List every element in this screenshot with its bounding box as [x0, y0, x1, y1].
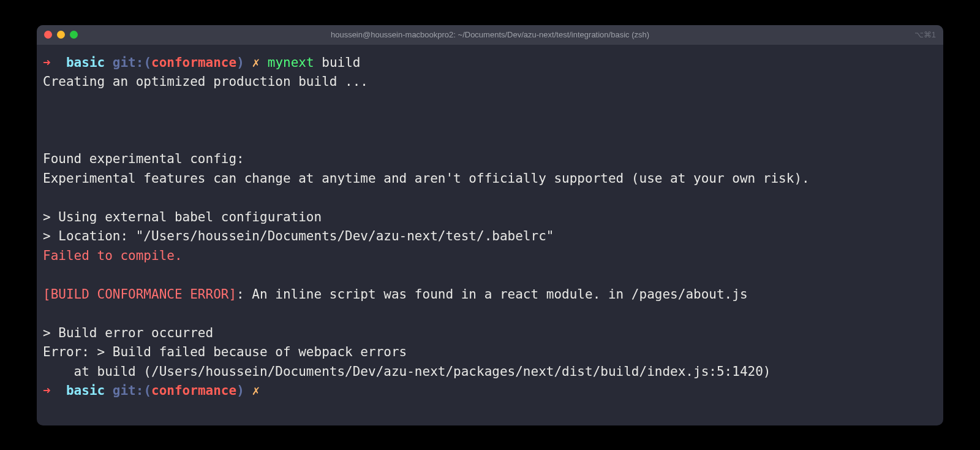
traffic-lights [44, 31, 78, 39]
output-line: > Location: "/Users/houssein/Documents/D… [43, 227, 937, 246]
title-bar: houssein@houssein-macbookpro2: ~/Documen… [37, 25, 943, 45]
maximize-icon[interactable] [70, 31, 78, 39]
prompt-dirty-icon: ✗ [252, 383, 260, 398]
output-line: Experimental features can change at anyt… [43, 169, 937, 189]
output-line: Error: > Build failed because of webpack… [43, 343, 937, 362]
window-shortcut: ⌥⌘1 [914, 30, 936, 39]
output-line: at build (/Users/houssein/Documents/Dev/… [43, 362, 937, 382]
prompt-line-2: ➜ basic git:(conformance) ✗ [43, 381, 937, 401]
prompt-directory: basic [66, 383, 105, 398]
prompt-arrow-icon: ➜ [43, 383, 51, 398]
command-name: mynext [268, 55, 314, 70]
minimize-icon[interactable] [57, 31, 65, 39]
error-message: : An inline script was found in a react … [236, 287, 747, 302]
output-error-line: [BUILD CONFORMANCE ERROR]: An inline scr… [43, 285, 937, 305]
output-line: Found experimental config: [43, 150, 937, 169]
prompt-dirty-icon: ✗ [252, 55, 260, 70]
terminal-window: houssein@houssein-macbookpro2: ~/Documen… [37, 25, 943, 425]
terminal-body[interactable]: ➜ basic git:(conformance) ✗ mynext build… [37, 45, 943, 425]
output-error-line: Failed to compile. [43, 246, 937, 266]
window-title: houssein@houssein-macbookpro2: ~/Documen… [331, 30, 649, 39]
output-line: > Using external babel configuration [43, 208, 937, 227]
prompt-git-close: ) [236, 55, 244, 70]
prompt-git-branch: conformance [151, 55, 236, 70]
prompt-git-label: git:( [113, 55, 151, 70]
error-tag: [BUILD CONFORMANCE ERROR] [43, 287, 236, 302]
prompt-git-label: git:( [113, 383, 151, 398]
prompt-line-1: ➜ basic git:(conformance) ✗ mynext build [43, 53, 937, 73]
prompt-arrow-icon: ➜ [43, 55, 51, 70]
prompt-git-close: ) [236, 383, 244, 398]
command-arg: build [322, 55, 360, 70]
close-icon[interactable] [44, 31, 52, 39]
prompt-directory: basic [66, 55, 105, 70]
prompt-git-branch: conformance [151, 383, 236, 398]
output-line: > Build error occurred [43, 324, 937, 343]
output-line: Creating an optimized production build .… [43, 72, 937, 92]
